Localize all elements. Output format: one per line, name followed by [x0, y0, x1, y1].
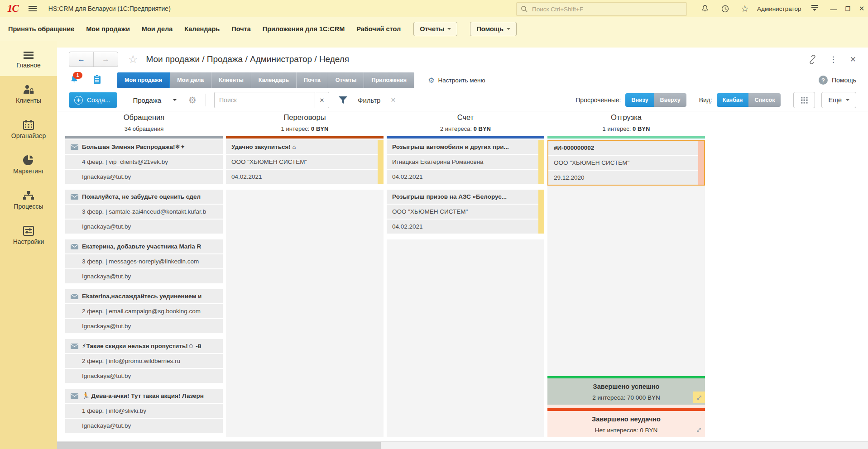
expand-icon[interactable] — [693, 392, 705, 403]
summary-title: Завершено успешно — [547, 378, 705, 390]
app-window: 1С HS:CRM для Беларуси (1С:Предприятие) … — [0, 0, 868, 449]
chevron-down-icon — [447, 28, 451, 32]
clear-search-button[interactable]: ✕ — [315, 92, 329, 108]
restore-button[interactable]: ❐ — [840, 0, 855, 17]
calendar-icon — [23, 119, 34, 130]
reports-dropdown-button[interactable]: Отчеты — [413, 22, 457, 36]
tab-calendar[interactable]: Календарь — [251, 72, 297, 88]
overdue-toggle: Внизу Вверху — [625, 93, 686, 107]
summary-success[interactable]: Завершено успешно 2 интереса: 70 000 BYN — [547, 376, 705, 405]
column-negotiations: Переговоры 1 интерес: 0 BYN Удачно закуп… — [226, 111, 384, 437]
chevron-down-icon — [173, 99, 177, 103]
menu-calendar[interactable]: Календарь — [184, 25, 220, 33]
column-subtitle: 1 интерес: 0 BYN — [547, 125, 705, 132]
kanban-card[interactable]: Пожалуйста, не забудьте оценить сдел 3 ф… — [65, 190, 223, 239]
summary-fail[interactable]: Завершено неудачно Нет интересов: 0 BYN — [547, 408, 705, 437]
view-label: Вид: — [699, 96, 712, 104]
scrollbar-thumb[interactable] — [57, 442, 381, 449]
envelope-icon — [71, 194, 78, 200]
window-title: HS:CRM для Беларуси (1С:Предприятие) — [48, 5, 171, 12]
kanban-card[interactable]: Розыгрыш автомобиля и других при... Игна… — [387, 140, 544, 190]
view-list-button[interactable]: Список — [748, 93, 781, 107]
kanban-card[interactable]: ⚡Такие скидки нельзя пропустить!☺ -8 2 ф… — [65, 339, 223, 389]
chevron-down-icon — [507, 28, 510, 32]
clipboard-icon[interactable] — [93, 75, 101, 86]
clear-filter-icon[interactable]: ✕ — [390, 96, 396, 104]
tab-apps[interactable]: Приложения — [364, 72, 414, 88]
main-menubar: Принять обращение Мои продажи Мои дела К… — [0, 17, 868, 41]
global-search[interactable] — [516, 2, 687, 16]
menu-my-sales[interactable]: Мои продажи — [86, 25, 130, 33]
envelope-icon — [71, 344, 78, 349]
kanban-card[interactable]: Екатерина, добавьте участника Maria R 3 … — [65, 239, 223, 289]
create-button[interactable]: + Созда... — [69, 92, 117, 108]
tab-mail[interactable]: Почта — [297, 72, 328, 88]
more-menu-icon[interactable]: ⋮ — [830, 55, 837, 64]
tab-my-sales[interactable]: Мои продажи — [117, 72, 170, 88]
help-button[interactable]: ? Помощь — [819, 76, 856, 85]
board-search-input[interactable] — [215, 92, 315, 108]
filter-label[interactable]: Фильтр — [358, 96, 380, 104]
horizontal-scrollbar[interactable] — [57, 441, 868, 449]
sidebar-item-clients[interactable]: Клиенты — [0, 76, 57, 111]
sidebar-item-main[interactable]: Главное — [0, 41, 57, 76]
search-icon — [521, 5, 528, 13]
favorites-star-icon[interactable]: ☆ — [737, 0, 753, 17]
global-search-input[interactable] — [531, 5, 678, 13]
kanban-card[interactable]: Ekaterina,наслаждайтесь уединением и 2 ф… — [65, 289, 223, 339]
menu-mail[interactable]: Почта — [231, 25, 251, 33]
kanban-card[interactable]: 🏃 Дева-а-ачки! Тут такая акция! Лазерн 1… — [65, 389, 223, 437]
notification-badge: 1 — [73, 72, 82, 79]
minimize-button[interactable]: — — [826, 0, 841, 17]
notifications-bell-icon[interactable] — [697, 0, 713, 17]
sidebar-item-processes[interactable]: Процессы — [0, 182, 57, 217]
breadcrumb: Мои продажи / Продажа / Администратор / … — [146, 54, 350, 64]
board-settings-gear-icon[interactable]: ⚙ — [188, 95, 197, 105]
main-menu-icon[interactable] — [29, 6, 37, 11]
tab-reports[interactable]: Отчеты — [328, 72, 364, 88]
expand-icon[interactable] — [694, 425, 704, 435]
favorite-star-icon[interactable]: ☆ — [128, 53, 138, 66]
tab-my-tasks[interactable]: Мои дела — [170, 72, 211, 88]
menu-my-tasks[interactable]: Мои дела — [142, 25, 173, 33]
kanban-card[interactable]: Удачно закупиться! ⌂ ООО "ХЬЮМЕН СИСТЕМ"… — [226, 140, 384, 190]
gear-icon: ⚙ — [428, 76, 434, 85]
view-kanban-button[interactable]: Канбан — [717, 93, 749, 107]
kanban-card[interactable]: Розыгрыш призов на АЗС «Белорус... ООО "… — [387, 190, 544, 239]
menu-accept-request[interactable]: Принять обращение — [8, 25, 74, 33]
sidebar-item-marketing[interactable]: Маркетинг — [0, 147, 57, 182]
sidebar-item-organizer[interactable]: Органайзер — [0, 111, 57, 147]
overdue-down-button[interactable]: Внизу — [625, 93, 654, 107]
column-shipment: Отгрузка 1 интерес: 0 BYN #И-000000002 О… — [547, 111, 705, 437]
link-icon[interactable] — [808, 55, 817, 64]
plus-icon: + — [74, 96, 83, 105]
close-form-icon[interactable]: ✕ — [850, 55, 856, 64]
filter-funnel-icon[interactable] — [338, 96, 348, 105]
configure-menu-button[interactable]: ⚙ Настроить меню — [428, 76, 485, 85]
user-menu[interactable]: Администратор — [757, 0, 801, 17]
sidebar-item-settings[interactable]: Настройки — [0, 217, 57, 253]
help-dropdown-button[interactable]: Помощь — [470, 22, 517, 36]
kanban-card-selected[interactable]: #И-000000002 ООО "ХЬЮМЕН СИСТЕМ" 29.12.2… — [547, 140, 705, 186]
clients-icon — [23, 84, 34, 95]
column-title: Счет — [387, 113, 544, 122]
reminders-bell-icon[interactable]: 1 — [70, 75, 79, 86]
back-button[interactable]: ← — [69, 52, 94, 67]
overdue-up-button[interactable]: Вверху — [654, 93, 686, 107]
menu-apps-1c-crm[interactable]: Приложения для 1С:CRM — [263, 25, 345, 33]
card-status-strip — [538, 190, 544, 234]
envelope-icon — [71, 144, 78, 150]
kanban-card[interactable]: Большая Зимняя Распродажа!❄✦ 4 февр. | v… — [65, 140, 223, 190]
layout-grid-button[interactable] — [793, 92, 815, 108]
pie-chart-icon — [23, 154, 34, 165]
tab-clients[interactable]: Клиенты — [211, 72, 251, 88]
forward-button[interactable]: → — [94, 52, 118, 67]
more-button[interactable]: Еще — [821, 92, 856, 108]
service-menu-icon[interactable] — [807, 0, 822, 17]
history-icon[interactable] — [717, 0, 733, 17]
menu-desktop[interactable]: Рабочий стол — [356, 25, 401, 33]
close-window-button[interactable]: ✕ — [854, 0, 868, 17]
content-panel: ← → ☆ Мои продажи / Продажа / Администра… — [57, 48, 868, 441]
chevron-down-icon — [846, 99, 849, 103]
sale-type-select[interactable]: Продажа — [133, 96, 177, 104]
